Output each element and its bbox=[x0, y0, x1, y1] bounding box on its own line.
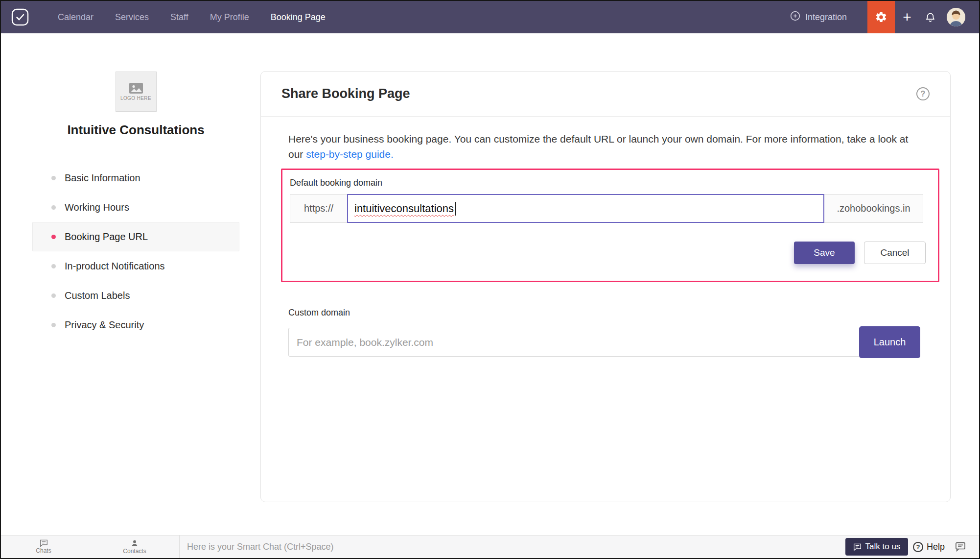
highlight-annotation-box: Default booking domain https:// intuitiv… bbox=[281, 169, 939, 282]
sidebar-item[interactable]: Custom Labels bbox=[32, 281, 239, 310]
sidebar-item-label: Basic Information bbox=[65, 172, 140, 184]
add-button[interactable]: + bbox=[895, 1, 919, 33]
bullet-icon bbox=[51, 323, 56, 327]
domain-suffix: .zohobookings.in bbox=[824, 194, 923, 223]
integration-icon bbox=[790, 10, 801, 24]
talk-to-us-label: Talk to us bbox=[865, 542, 901, 552]
sidebar-item[interactable]: Working Hours bbox=[32, 193, 239, 222]
launch-button[interactable]: Launch bbox=[859, 326, 920, 358]
main-content: LOGO HERE Intuitive Consultations Basic … bbox=[1, 33, 979, 535]
sidebar-item-label: In-product Notifications bbox=[65, 261, 165, 272]
logo-placeholder-label: LOGO HERE bbox=[120, 96, 151, 101]
bell-icon bbox=[925, 12, 936, 23]
help-label: Help bbox=[927, 542, 945, 552]
page-title: Share Booking Page bbox=[281, 86, 410, 101]
bullet-icon bbox=[51, 264, 56, 268]
share-booking-page-card: Share Booking Page ? Here's your busines… bbox=[260, 71, 951, 502]
booking-url-value: intuitiveconsultations bbox=[354, 202, 454, 215]
app-window: CalendarServicesStaffMy ProfileBooking P… bbox=[0, 0, 980, 559]
sidebar-item[interactable]: Booking Page URL bbox=[32, 222, 239, 251]
person-icon bbox=[131, 539, 139, 547]
image-icon bbox=[129, 82, 143, 94]
topnav-item[interactable]: Services bbox=[104, 1, 160, 33]
sidebar-item-label: Working Hours bbox=[65, 202, 129, 213]
chats-button[interactable]: Chats bbox=[17, 535, 70, 558]
integration-button[interactable]: Integration bbox=[790, 10, 847, 24]
bullet-icon bbox=[51, 235, 56, 239]
topnav-item[interactable]: Booking Page bbox=[260, 1, 336, 33]
main-nav: CalendarServicesStaffMy ProfileBooking P… bbox=[47, 1, 336, 33]
gear-icon bbox=[875, 11, 887, 24]
contacts-label: Contacts bbox=[123, 548, 146, 555]
topnav-item[interactable]: Calendar bbox=[47, 1, 104, 33]
sidebar-item-label: Booking Page URL bbox=[65, 231, 148, 243]
default-booking-domain-label: Default booking domain bbox=[290, 178, 931, 188]
topnav-item[interactable]: Staff bbox=[160, 1, 199, 33]
sidebar-item-label: Custom Labels bbox=[65, 290, 130, 301]
chats-label: Chats bbox=[36, 547, 51, 554]
chat-bubble-icon bbox=[40, 539, 48, 547]
sidebar-item-label: Privacy & Security bbox=[65, 319, 144, 331]
notifications-button[interactable] bbox=[919, 12, 941, 23]
plus-icon: + bbox=[903, 9, 911, 25]
help-icon[interactable]: ? bbox=[916, 87, 930, 100]
settings-sidebar: LOGO HERE Intuitive Consultations Basic … bbox=[32, 72, 239, 340]
user-avatar[interactable] bbox=[947, 8, 965, 26]
custom-domain-input-group: Launch bbox=[288, 326, 921, 358]
default-domain-input-group: https:// intuitiveconsultations .zohoboo… bbox=[290, 194, 931, 223]
top-navbar: CalendarServicesStaffMy ProfileBooking P… bbox=[1, 1, 979, 33]
talk-chat-icon bbox=[853, 543, 862, 551]
card-header: Share Booking Page ? bbox=[261, 72, 950, 117]
sidebar-item[interactable]: In-product Notifications bbox=[32, 251, 239, 281]
cancel-button[interactable]: Cancel bbox=[864, 242, 926, 264]
bullet-icon bbox=[51, 293, 56, 298]
business-name: Intuitive Consultations bbox=[32, 122, 239, 138]
text-caret bbox=[455, 202, 456, 216]
feedback-chat-icon bbox=[955, 542, 966, 552]
custom-domain-input[interactable] bbox=[288, 328, 860, 357]
question-circle-icon: ? bbox=[913, 542, 923, 552]
feedback-button[interactable] bbox=[955, 542, 966, 552]
bullet-icon bbox=[51, 176, 56, 180]
integration-label: Integration bbox=[805, 12, 847, 23]
default-domain-actions: Save Cancel bbox=[290, 242, 931, 264]
custom-domain-label: Custom domain bbox=[288, 308, 921, 318]
topnav-right-cluster: Integration + bbox=[790, 1, 979, 33]
sidebar-item[interactable]: Privacy & Security bbox=[32, 310, 239, 340]
protocol-prefix: https:// bbox=[290, 194, 347, 223]
bookings-logo-icon[interactable] bbox=[10, 7, 30, 27]
topnav-item[interactable]: My Profile bbox=[199, 1, 260, 33]
talk-to-us-button[interactable]: Talk to us bbox=[845, 538, 908, 556]
step-by-step-guide-link[interactable]: step-by-step guide. bbox=[306, 148, 394, 160]
bottom-bar: Chats Contacts Talk to us ? Help bbox=[1, 535, 979, 558]
intro-text: Here's your business booking page. You c… bbox=[288, 131, 921, 162]
business-logo-placeholder[interactable]: LOGO HERE bbox=[116, 72, 157, 112]
settings-button[interactable] bbox=[867, 1, 895, 33]
bullet-icon bbox=[51, 205, 56, 210]
smart-chat-input[interactable] bbox=[187, 542, 845, 552]
card-body: Here's your business booking page. You c… bbox=[261, 131, 950, 358]
booking-url-input[interactable]: intuitiveconsultations bbox=[347, 194, 824, 223]
save-button[interactable]: Save bbox=[794, 242, 855, 264]
sidebar-menu: Basic Information Working Hours Booking … bbox=[32, 163, 239, 340]
divider bbox=[179, 535, 180, 558]
sidebar-item[interactable]: Basic Information bbox=[32, 163, 239, 193]
help-button[interactable]: ? Help bbox=[913, 542, 945, 552]
contacts-button[interactable]: Contacts bbox=[108, 535, 162, 558]
